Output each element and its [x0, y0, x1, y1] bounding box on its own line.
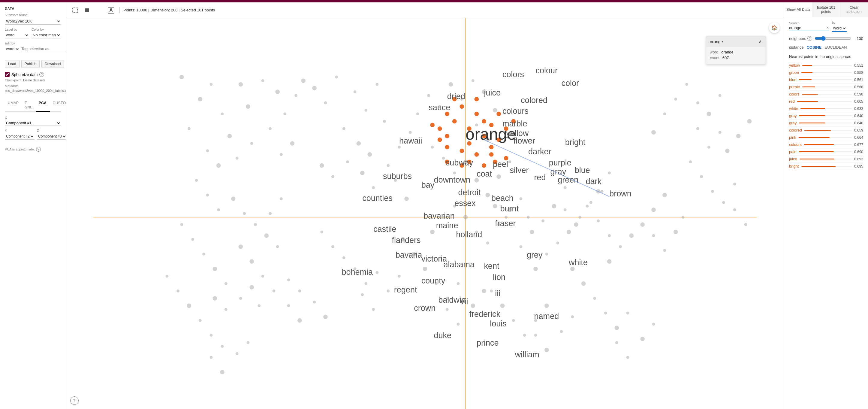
nearest-word[interactable]: gray	[789, 114, 797, 118]
svg-point-163	[323, 315, 328, 319]
right-panel: Show All Data Isolate 101 points Clear s…	[784, 2, 868, 409]
nearest-bar-wrap	[804, 144, 852, 145]
nearest-word[interactable]: white	[789, 106, 798, 111]
search-input[interactable]	[789, 26, 825, 30]
sphereize-info-icon[interactable]: ?	[39, 72, 44, 77]
neighbors-slider-wrap	[814, 36, 851, 41]
cosine-option[interactable]: COSINE	[806, 45, 822, 50]
edit-by-select[interactable]: word	[5, 46, 20, 52]
tab-tsne[interactable]: T-SNE	[22, 99, 36, 111]
nearest-bar-wrap	[801, 166, 852, 167]
clear-selection-button[interactable]: Clear selection	[840, 2, 868, 17]
label-icon[interactable]: A	[106, 5, 116, 15]
tooltip-word-val: orange	[721, 50, 733, 54]
svg-point-165	[191, 238, 194, 241]
y-select[interactable]: Component #2	[5, 133, 34, 140]
tab-custom[interactable]: CUSTOM	[50, 99, 66, 111]
nearest-word[interactable]: colored	[789, 128, 802, 133]
nearest-list-item: grey 0.640	[789, 119, 863, 127]
svg-point-133	[482, 289, 486, 293]
svg-point-95	[545, 253, 548, 256]
nearest-list: yellow 0.551 green 0.558 blue 0.561 purp…	[789, 62, 863, 170]
svg-point-154	[238, 244, 243, 249]
lasso-select-icon[interactable]	[70, 5, 80, 15]
svg-text:coat: coat	[476, 169, 492, 178]
euclidean-option[interactable]: EUCLIDEAN	[825, 45, 847, 50]
svg-point-88	[564, 186, 567, 189]
svg-point-180	[210, 356, 213, 359]
svg-text:vii: vii	[460, 297, 468, 306]
nearest-word[interactable]: bright	[789, 164, 799, 169]
svg-point-215	[496, 112, 501, 116]
svg-point-98	[578, 215, 581, 218]
scatter-area[interactable]: orangecolorscolourcolordriedmarbleyellow…	[66, 18, 784, 409]
svg-point-47	[231, 196, 236, 201]
svg-point-57	[449, 82, 453, 87]
pca-info-icon[interactable]: ?	[36, 147, 41, 152]
svg-point-26	[335, 76, 338, 79]
svg-point-190	[718, 94, 721, 97]
by-select[interactable]: word	[832, 25, 847, 32]
nearest-bar-wrap	[799, 115, 852, 116]
help-button[interactable]: ?	[70, 397, 79, 405]
label-by-select[interactable]: word	[5, 32, 29, 38]
svg-point-123	[398, 275, 401, 278]
svg-point-160	[287, 304, 290, 307]
checkpoint-row: Checkpoint: Demo datasets	[5, 78, 61, 83]
dataset-select[interactable]: Word2Vec 10K	[5, 18, 61, 25]
svg-point-111	[663, 249, 666, 252]
svg-point-64	[431, 146, 434, 149]
nearest-word[interactable]: blue	[789, 78, 797, 82]
svg-point-113	[682, 215, 685, 218]
svg-point-201	[747, 119, 752, 124]
z-axis-group: Z Component #3	[37, 129, 66, 140]
nearest-word[interactable]: purple	[789, 85, 800, 89]
metadata-label: Metadata:	[5, 84, 20, 88]
nearest-list-item: bright 0.695	[789, 163, 863, 170]
nearest-word[interactable]: colors	[789, 92, 800, 96]
night-mode-icon[interactable]	[94, 5, 104, 15]
tab-pca[interactable]: PCA	[36, 99, 50, 111]
home-button[interactable]: 🏠	[769, 22, 780, 33]
nearest-word[interactable]: red	[789, 99, 795, 104]
svg-point-182	[236, 352, 239, 355]
svg-point-101	[608, 172, 611, 174]
svg-point-134	[490, 290, 493, 292]
search-clear-icon[interactable]: ✕	[826, 26, 829, 30]
z-select[interactable]: Component #3	[37, 133, 66, 140]
svg-point-159	[298, 290, 301, 292]
nearest-word[interactable]: juice	[789, 157, 797, 161]
nearest-word[interactable]: colours	[789, 142, 802, 147]
show-all-button[interactable]: Show All Data	[784, 2, 812, 17]
nearest-word[interactable]: green	[789, 70, 799, 75]
svg-text:crown: crown	[414, 303, 435, 313]
isolate-button[interactable]: Isolate 101 points	[812, 2, 840, 17]
tooltip-close-btn[interactable]: ∧	[758, 39, 762, 45]
svg-text:bavaria: bavaria	[396, 251, 423, 259]
color-by-select[interactable]: No color map	[32, 32, 61, 38]
nearest-word[interactable]: grey	[789, 121, 797, 125]
svg-text:sauce: sauce	[429, 103, 450, 112]
load-button[interactable]: Load	[5, 60, 20, 68]
nearest-bar	[800, 158, 835, 159]
tooltip-header: orange ∧	[706, 36, 766, 47]
x-select[interactable]: Component #1	[5, 120, 61, 126]
sphereize-checkbox[interactable]	[5, 72, 10, 77]
svg-point-109	[662, 193, 667, 197]
svg-point-37	[360, 171, 365, 175]
svg-point-191	[696, 127, 699, 130]
svg-point-6	[210, 83, 213, 86]
publish-button[interactable]: Publish	[21, 60, 40, 68]
box-select-icon[interactable]	[82, 5, 92, 15]
nearest-word[interactable]: yellow	[789, 63, 800, 67]
tag-selection-input[interactable]	[21, 46, 66, 52]
svg-point-155	[249, 259, 254, 264]
svg-point-200	[736, 134, 741, 139]
nearest-word[interactable]: pink	[789, 135, 796, 140]
svg-point-174	[165, 275, 168, 278]
nearest-word[interactable]: pale	[789, 150, 797, 154]
neighbors-slider[interactable]	[814, 36, 851, 41]
download-button[interactable]: Download	[41, 60, 64, 68]
neighbors-info-icon[interactable]: ?	[807, 36, 812, 41]
tab-umap[interactable]: UMAP	[5, 99, 22, 111]
